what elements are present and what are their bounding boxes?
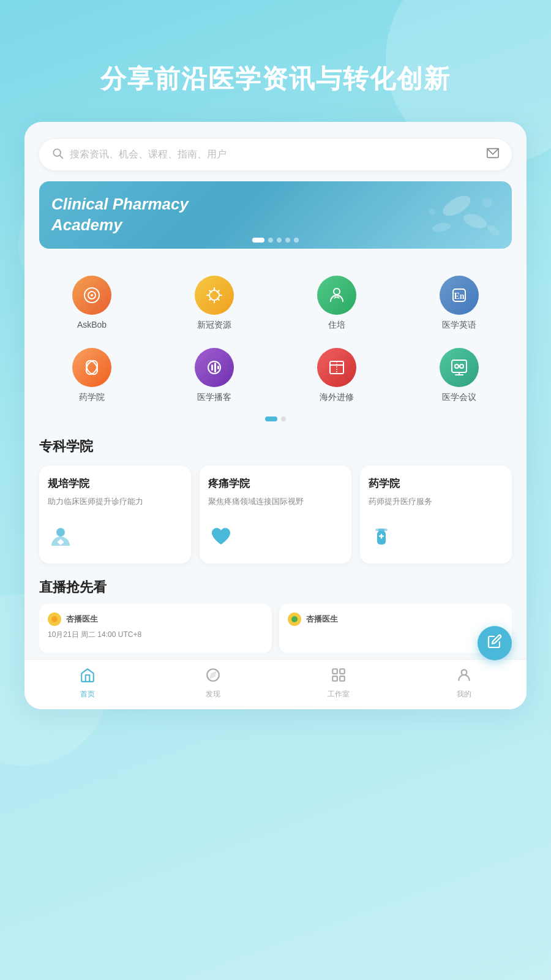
banner-text: Clinical Pharmacy Academy [39,184,201,246]
specialty-card-0[interactable]: 规培学院 助力临床医师提升诊疗能力 [39,466,191,564]
icon-circle-pharmacy [72,348,111,387]
nav-icon-profile [456,667,472,687]
svg-rect-46 [332,669,337,674]
banner-decoration [408,187,506,243]
live-card-brand-1: 杏播医生 [306,614,338,625]
icon-circle-covid [195,276,234,315]
specialty-card-desc-1: 聚焦疼痛领域连接国际视野 [208,496,343,508]
svg-point-50 [461,669,467,675]
icon-label-conference: 医学会议 [442,392,476,403]
live-badge-0 [48,612,61,626]
hero-text: 分享前沿医学资讯与转化创新 [0,0,551,122]
svg-point-25 [84,358,100,376]
svg-rect-49 [340,676,345,681]
live-card-0[interactable]: 杏播医生 10月21日 周二 14:00 UTC+8 [39,604,272,653]
icon-label-podcast: 医学播客 [197,392,231,403]
specialty-card-2[interactable]: 药学院 药师提升医疗服务 [360,466,512,564]
icon-item-english[interactable]: En 医学英语 [398,267,520,339]
icon-item-pharmacy[interactable]: 药学院 [31,339,153,412]
grid-dot-1 [265,417,277,421]
icon-circle-conference [440,348,479,387]
svg-point-6 [482,198,492,208]
icon-circle-podcast [195,348,234,387]
specialty-card-icon-2 [369,524,394,555]
svg-point-42 [51,616,58,622]
icon-item-residency[interactable]: 住培 [276,267,398,339]
specialty-section-title: 专科学院 [24,431,527,466]
live-card-1[interactable]: 杏播医生 [279,604,512,653]
svg-rect-41 [381,533,383,538]
live-badge-1 [288,612,301,626]
icon-item-podcast[interactable]: 医学播客 [153,339,276,412]
main-card: 搜索资讯、机会、课程、指南、用户 Clinical Pharmacy Acade… [24,122,527,709]
live-header: 直播抢先看 [39,578,512,597]
live-section-title: 直播抢先看 [39,578,107,597]
icon-label-english: 医学英语 [442,320,476,331]
mail-icon[interactable] [486,146,500,163]
icon-label-askbob: AskBob [77,320,107,330]
icon-item-conference[interactable]: 医学会议 [398,339,520,412]
specialty-card-1[interactable]: 疼痛学院 聚焦疼痛领域连接国际视野 [200,466,351,564]
specialty-card-icon-0 [48,524,73,555]
svg-rect-39 [375,529,388,531]
bottom-nav: 首页 发现 工作室 我的 [24,659,527,709]
nav-item-profile[interactable]: 我的 [401,667,527,699]
specialty-card-desc-0: 助力临床医师提升诊疗能力 [48,496,182,508]
icon-item-overseas[interactable]: 海外进修 [276,339,398,412]
svg-rect-29 [217,366,219,369]
svg-point-5 [432,221,451,233]
svg-point-4 [462,211,489,231]
icon-label-overseas: 海外进修 [320,392,354,403]
banner[interactable]: Clinical Pharmacy Academy [39,181,512,249]
svg-point-43 [291,616,298,622]
svg-point-8 [485,222,501,238]
svg-rect-36 [59,539,62,545]
svg-rect-48 [332,676,337,681]
live-card-header-1: 杏播医生 [288,612,503,626]
live-cards: 杏播医生 10月21日 周二 14:00 UTC+8 杏播医生 [39,604,512,653]
nav-item-discover[interactable]: 发现 [150,667,276,699]
live-card-header-0: 杏播医生 [48,612,263,626]
nav-label-discover: 发现 [206,689,220,699]
svg-rect-28 [214,363,216,372]
live-card-brand-0: 杏播医生 [66,614,98,625]
search-icon [51,147,64,162]
svg-point-11 [91,294,93,296]
specialty-card-desc-2: 药师提升医疗服务 [369,496,503,508]
icon-grid: AskBob 新冠资源 住培 En 医学英语 药学院 医学播客 海外进修 [24,261,527,414]
svg-point-21 [334,288,340,295]
specialty-card-title-1: 疼痛学院 [208,477,343,491]
nav-item-workspace[interactable]: 工作室 [276,667,401,699]
icon-circle-english: En [440,276,479,315]
grid-dot-2 [281,417,286,421]
icon-circle-askbob [72,276,111,315]
specialty-grid: 规培学院 助力临床医师提升诊疗能力 疼痛学院 聚焦疼痛领域连接国际视野 药学院 … [24,466,527,578]
icon-label-covid: 新冠资源 [197,320,231,331]
icon-item-askbob[interactable]: AskBob [31,267,153,339]
search-placeholder[interactable]: 搜索资讯、机会、课程、指南、用户 [70,148,486,161]
svg-line-1 [60,156,63,159]
svg-point-33 [460,364,463,368]
nav-item-home[interactable]: 首页 [24,667,150,699]
icon-label-pharmacy: 药学院 [79,392,105,403]
specialty-card-icon-1 [208,524,234,555]
svg-point-32 [455,364,459,368]
nav-icon-workspace [331,667,347,687]
icon-item-covid[interactable]: 新冠资源 [153,267,276,339]
svg-rect-47 [340,669,345,674]
icon-circle-residency [317,276,356,315]
nav-icon-discover [205,667,221,687]
nav-icon-home [80,667,96,687]
live-section: 直播抢先看 杏播医生 10月21日 周二 14:00 UTC+8 杏播医生 [24,578,527,659]
svg-rect-27 [211,364,213,371]
icon-label-residency: 住培 [328,320,345,331]
icon-circle-overseas [317,348,356,387]
search-bar[interactable]: 搜索资讯、机会、课程、指南、用户 [39,139,512,170]
banner-dots [252,238,299,243]
fab-edit-icon [487,634,502,652]
live-card-time-0: 10月21日 周二 14:00 UTC+8 [48,630,263,640]
nav-label-profile: 我的 [457,689,471,699]
svg-text:En: En [454,292,464,301]
specialty-card-title-2: 药学院 [369,477,503,491]
fab-button[interactable] [478,626,512,660]
